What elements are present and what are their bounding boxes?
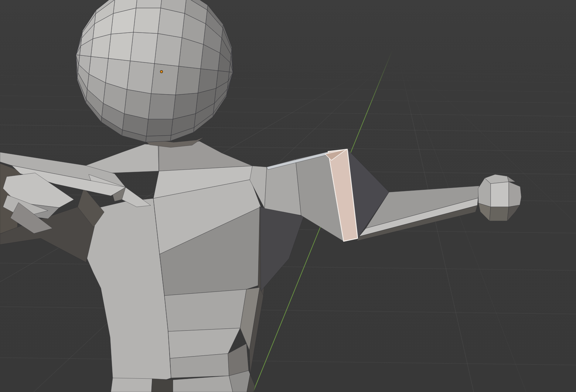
fist-center-bright[interactable] [491, 182, 509, 207]
head-facet [148, 93, 175, 119]
leg-left[interactable] [111, 378, 152, 392]
head-facet [151, 64, 179, 95]
head-facet [130, 32, 158, 64]
head-facet [175, 66, 201, 95]
head-facet [108, 32, 133, 61]
blender-3d-viewport[interactable] [0, 0, 576, 392]
torso-band-4[interactable] [164, 289, 246, 331]
head-facet [136, 0, 163, 8]
head-facet [146, 119, 173, 136]
head-facet [146, 135, 171, 142]
head-facet [133, 8, 161, 34]
head-facet [127, 61, 154, 94]
viewport-canvas[interactable] [0, 0, 576, 392]
object-origin-dot[interactable] [160, 71, 163, 73]
leg-gap-dark[interactable] [151, 379, 173, 392]
head-facet [154, 34, 182, 67]
fist-bottom-center[interactable] [490, 207, 509, 221]
head-facet [124, 89, 151, 119]
